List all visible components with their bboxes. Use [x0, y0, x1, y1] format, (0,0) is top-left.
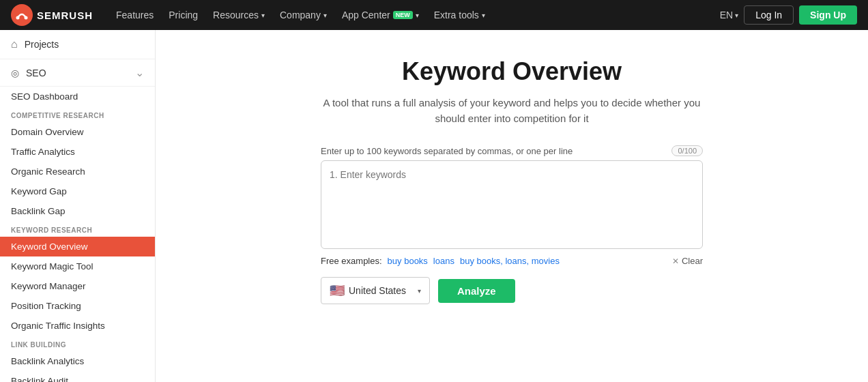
- nav-extratools[interactable]: Extra tools ▾: [427, 5, 492, 25]
- svg-point-1: [16, 16, 20, 20]
- clear-button[interactable]: Clear: [672, 256, 703, 266]
- nav-pricing[interactable]: Pricing: [162, 5, 205, 25]
- nav-resources[interactable]: Resources ▾: [206, 5, 272, 25]
- login-button[interactable]: Log In: [744, 5, 794, 25]
- projects-label: Projects: [25, 39, 59, 50]
- home-icon: [11, 38, 18, 50]
- seo-label: SEO: [26, 68, 46, 78]
- examples-label: Free examples:: [321, 256, 382, 266]
- sidebar-item-organic-research[interactable]: Organic Research: [0, 162, 155, 181]
- language-selector[interactable]: EN ▾: [720, 10, 738, 20]
- category-keyword-research: KEYWORD RESEARCH: [0, 221, 155, 237]
- category-link-building: LINK BUILDING: [0, 336, 155, 351]
- sidebar-item-backlink-analytics[interactable]: Backlink Analytics: [0, 351, 155, 371]
- nav-appcenter[interactable]: App Center NEW ▾: [335, 5, 426, 25]
- country-selector[interactable]: 🇺🇸 United States ▾: [321, 277, 430, 304]
- flag-icon: 🇺🇸: [330, 283, 345, 298]
- sidebar-item-domain-overview[interactable]: Domain Overview: [0, 122, 155, 142]
- action-row: 🇺🇸 United States ▾ Analyze: [321, 277, 703, 304]
- seo-icon: [11, 68, 19, 78]
- sidebar-item-projects[interactable]: Projects: [0, 30, 155, 59]
- keyword-input-label: Enter up to 100 keywords separated by co…: [321, 146, 573, 156]
- sidebar-item-seo-dashboard[interactable]: SEO Dashboard: [0, 87, 155, 106]
- main-layout: Projects SEO SEO Dashboard COMPETITIVE R…: [0, 30, 868, 382]
- main-content: Keyword Overview A tool that runs a full…: [156, 30, 868, 382]
- clear-label: Clear: [682, 256, 703, 266]
- x-icon: [672, 256, 679, 266]
- brand-name: SEMRUSH: [37, 10, 93, 21]
- country-chevron-icon: ▾: [418, 287, 421, 295]
- sidebar-item-backlink-audit[interactable]: Backlink Audit: [0, 371, 155, 382]
- sidebar-item-keyword-gap[interactable]: Keyword Gap: [0, 181, 155, 201]
- signup-button[interactable]: Sign Up: [799, 5, 857, 25]
- top-navigation: SEMRUSH Features Pricing Resources ▾ Com…: [0, 0, 868, 30]
- sidebar-item-position-tracking[interactable]: Position Tracking: [0, 296, 155, 316]
- example-combined[interactable]: buy books, loans, movies: [460, 256, 560, 266]
- sidebar-item-organic-traffic-insights[interactable]: Organic Traffic Insights: [0, 316, 155, 336]
- analyze-button[interactable]: Analyze: [438, 279, 515, 303]
- keyword-counter: 0/100: [671, 145, 703, 156]
- sidebar-item-backlink-gap[interactable]: Backlink Gap: [0, 201, 155, 221]
- nav-left: SEMRUSH Features Pricing Resources ▾ Com…: [11, 4, 492, 26]
- svg-point-2: [25, 16, 28, 20]
- sidebar: Projects SEO SEO Dashboard COMPETITIVE R…: [0, 30, 156, 382]
- new-badge: NEW: [393, 11, 413, 19]
- sidebar-item-keyword-magic-tool[interactable]: Keyword Magic Tool: [0, 256, 155, 276]
- seo-dashboard-label: SEO Dashboard: [11, 91, 78, 102]
- category-competitive-research: COMPETITIVE RESEARCH: [0, 106, 155, 122]
- nav-links: Features Pricing Resources ▾ Company ▾ A…: [109, 5, 492, 25]
- keyword-input[interactable]: [321, 160, 703, 249]
- logo[interactable]: SEMRUSH: [11, 4, 93, 26]
- nav-features[interactable]: Features: [109, 5, 160, 25]
- nav-right: EN ▾ Log In Sign Up: [720, 5, 857, 25]
- examples-row: Free examples: buy books loans buy books…: [321, 256, 703, 266]
- sidebar-item-keyword-manager[interactable]: Keyword Manager: [0, 276, 155, 296]
- page-subtitle: A tool that runs a full analysis of your…: [321, 96, 703, 126]
- example-loans[interactable]: loans: [433, 256, 454, 266]
- sidebar-item-traffic-analytics[interactable]: Traffic Analytics: [0, 142, 155, 162]
- input-label-row: Enter up to 100 keywords separated by co…: [321, 145, 703, 156]
- country-label: United States: [349, 285, 406, 296]
- page-title: Keyword Overview: [402, 57, 622, 86]
- nav-company[interactable]: Company ▾: [273, 5, 334, 25]
- sidebar-item-keyword-overview[interactable]: Keyword Overview: [0, 237, 155, 256]
- chevron-down-icon: [135, 66, 144, 79]
- example-buy-books[interactable]: buy books: [388, 256, 428, 266]
- sidebar-seo-group[interactable]: SEO: [0, 59, 155, 87]
- seo-group-left: SEO: [11, 68, 46, 78]
